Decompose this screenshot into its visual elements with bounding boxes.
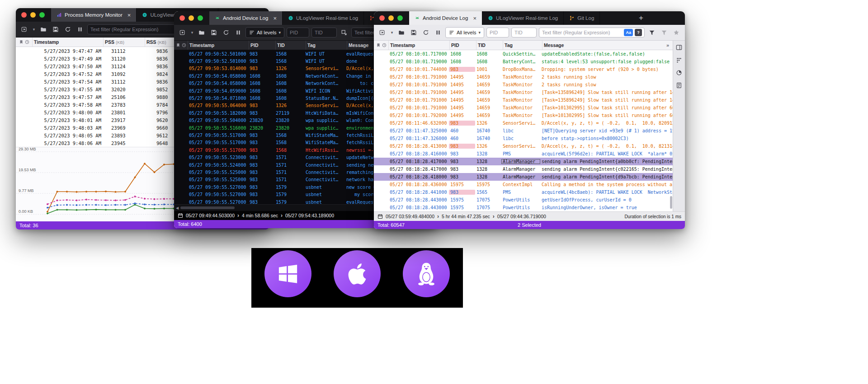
close-tab-icon[interactable]: ×	[273, 15, 277, 21]
close-tab-icon[interactable]: ×	[127, 12, 131, 18]
session-dropdown-icon[interactable]: ▾	[390, 30, 394, 35]
cell-tag: SensorServi…	[501, 121, 540, 126]
log-row[interactable]: 05/27 08:11:47.32500046016740libc[NET]Qu…	[374, 127, 673, 135]
log-row[interactable]: 05/27 08:18:28.4130009831326SensorServi……	[374, 142, 673, 150]
minimize-window-button[interactable]	[30, 12, 36, 18]
zoom-window-button[interactable]	[198, 15, 203, 21]
level-filter-select[interactable]: All levels ▾	[245, 27, 284, 38]
save-logs-button[interactable]	[51, 24, 61, 34]
pid-filter-input[interactable]	[287, 28, 309, 37]
windows-logo-button[interactable]	[264, 250, 311, 297]
close-window-button[interactable]	[379, 15, 385, 21]
collapse-columns-icon[interactable]: »	[664, 42, 672, 48]
pause-button[interactable]	[233, 28, 243, 37]
tid-filter-input[interactable]	[311, 28, 337, 37]
log-row[interactable]: 05/27 08:10:01.71700016081608QuickSettin…	[374, 50, 673, 58]
match-case-icon[interactable]: Aa	[624, 29, 633, 36]
zoom-window-button[interactable]	[39, 12, 45, 18]
log-row[interactable]: 05/27 08:18:28.4430001597517075PowerUtil…	[374, 196, 673, 204]
open-file-button[interactable]	[197, 28, 207, 37]
cell-pid: 15975	[449, 182, 475, 187]
log-row[interactable]: 05/27 08:18:28.4360001597515975ContextIm…	[374, 181, 673, 188]
clear-filter-icon[interactable]	[659, 28, 669, 37]
cell-tid: 1571	[274, 170, 304, 175]
tab-process-memory-monitor[interactable]: Process Memory Monitor ×	[51, 8, 137, 22]
log-row[interactable]: 05/27 08:10:01.71900016081608BatteryCont…	[374, 58, 673, 66]
scrollbar-thumb[interactable]	[670, 196, 672, 209]
timestamp-analysis-icon[interactable]	[674, 55, 684, 65]
refresh-button[interactable]	[221, 28, 231, 37]
statistics-pie-chart-icon[interactable]	[674, 68, 684, 78]
close-window-button[interactable]	[179, 15, 185, 21]
refresh-button[interactable]	[421, 28, 431, 37]
log-row[interactable]: 05/27 08:10:01.7910001449514659TaskMonit…	[374, 73, 673, 81]
close-tab-icon[interactable]: ×	[473, 15, 476, 21]
side-panel-toggle-icon[interactable]	[674, 42, 684, 52]
new-tab-button[interactable]: +	[635, 14, 647, 23]
cell-msg: [Task=135896249] Slow task still running…	[540, 90, 673, 95]
start-session-button[interactable]	[377, 28, 387, 37]
log-row[interactable]: 05/27 08:18:28.4170009831328AlarmManager…	[374, 158, 673, 165]
pause-button[interactable]	[433, 28, 443, 37]
tab-git-log[interactable]: Git Log	[564, 11, 600, 25]
log-row[interactable]: 05/27 08:10:01.7910001449514659TaskMonit…	[374, 104, 673, 112]
vertical-scrollbar[interactable]	[670, 50, 673, 211]
session-dropdown-icon[interactable]: ▾	[32, 27, 36, 32]
cell-pid: 14495	[449, 75, 475, 80]
log-row[interactable]: 05/27 08:18:28.4410009831565PMSacquireWL…	[374, 188, 673, 196]
zoom-window-button[interactable]	[397, 15, 403, 21]
close-window-button[interactable]	[21, 12, 27, 18]
cell-tag: HtcWifiRssi…	[304, 148, 345, 153]
log-row[interactable]: 05/27 08:18:28.4160009831328PMSacquireWL…	[374, 150, 673, 158]
filter-help-icon[interactable]: ?	[635, 29, 642, 36]
refresh-button[interactable]	[63, 24, 73, 34]
cell-tid: 1608	[475, 59, 501, 64]
tab-ulogviewer-realtime[interactable]: ULogViewer Real-time Log	[283, 11, 364, 25]
pid-filter-input[interactable]	[486, 28, 509, 37]
toolbar: ▾ All levels ▾ Aa ?	[374, 25, 685, 41]
log-row[interactable]: 05/27 08:18:28.4170009831328AlarmManager…	[374, 165, 673, 173]
log-row[interactable]: 05/27 08:10:01.7910001449514659TaskMonit…	[374, 96, 673, 104]
level-filter-select[interactable]: All levels ▾	[445, 27, 484, 38]
cell-msg: [Task=135896249] Slow task still running…	[540, 98, 673, 103]
svg-text:9.77 MB: 9.77 MB	[19, 188, 34, 193]
log-row[interactable]: 05/27 08:18:28.4430001597517075PowerUtil…	[374, 204, 673, 211]
tid-filter-input[interactable]	[511, 28, 537, 37]
scroll-left-icon[interactable]: ◀	[174, 206, 180, 210]
tab-ulogviewer-realtime[interactable]: ULogViewer Real-time Log	[482, 11, 564, 25]
log-row[interactable]: 05/27 08:11:47.32600046016740libcbefore …	[374, 135, 673, 142]
favorite-filter-star-icon[interactable]	[671, 28, 681, 37]
log-row[interactable]: 05/27 08:18:28.4180009831328AlarmManager…	[374, 173, 673, 181]
save-logs-button[interactable]	[409, 28, 419, 37]
start-session-button[interactable]	[178, 28, 188, 37]
cell-msg: updateEnabledState:(false,false,false)	[540, 52, 673, 56]
log-row[interactable]: 05/27 08:10:01.7440009831001DropBoxMana……	[374, 66, 673, 73]
select-pid-from-log-button[interactable]	[339, 28, 349, 37]
log-row[interactable]: 05/27 08:10:01.7910001449514659TaskMonit…	[374, 81, 673, 89]
apple-logo-button[interactable]	[334, 250, 381, 297]
open-file-button[interactable]	[396, 28, 406, 37]
minimize-window-button[interactable]	[388, 15, 394, 21]
cell-tag: ContextImpl	[501, 182, 540, 187]
cell-ts: 5/27/2023 9:48:01 AM	[32, 117, 106, 123]
minimize-window-button[interactable]	[189, 15, 194, 21]
start-session-button[interactable]	[19, 24, 29, 34]
session-dropdown-icon[interactable]: ▾	[190, 30, 194, 35]
ulogviewer-icon	[288, 15, 293, 21]
pause-button[interactable]	[75, 24, 85, 34]
open-file-button[interactable]	[38, 24, 48, 34]
linux-logo-button[interactable]	[403, 250, 450, 297]
header-gutter	[374, 41, 389, 50]
save-logs-button[interactable]	[209, 28, 219, 37]
log-row[interactable]: 05/27 08:10:01.7910001449514659TaskMonit…	[374, 89, 673, 96]
log-row[interactable]: 05/27 08:10:01.7920001449514659TaskMonit…	[374, 112, 673, 119]
scrollbar-thumb[interactable]	[180, 206, 235, 209]
filter-funnel-icon[interactable]	[647, 28, 657, 37]
cell-tag: BatteryCont…	[501, 59, 540, 64]
tab-android-device-log[interactable]: Android Device Log ×	[209, 11, 283, 25]
cell-tid: 1328	[475, 159, 501, 164]
log-row[interactable]: 05/27 08:11:46.6320009831326SensorServi……	[374, 119, 673, 127]
tab-android-device-log[interactable]: Android Device Log ×	[409, 11, 482, 25]
cell-pid: 14495	[449, 113, 475, 118]
log-report-icon[interactable]	[674, 80, 684, 90]
